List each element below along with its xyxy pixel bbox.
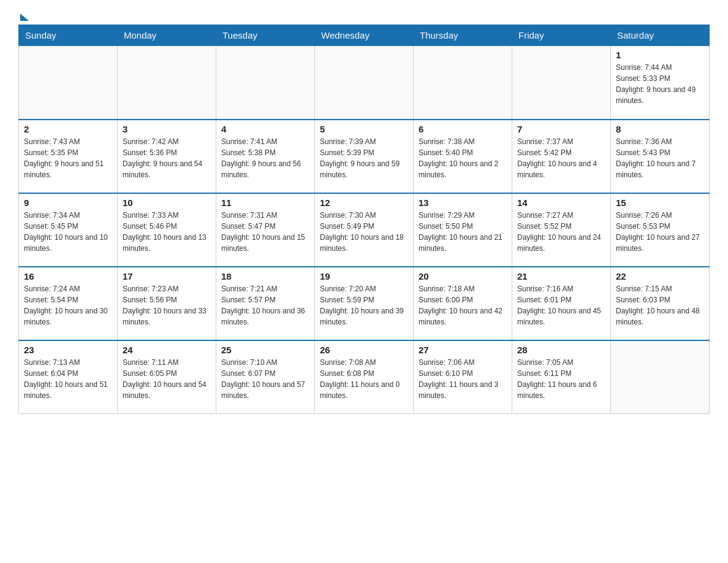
calendar-cell: 19Sunrise: 7:20 AMSunset: 5:59 PMDayligh… <box>315 267 414 340</box>
calendar-cell: 24Sunrise: 7:11 AMSunset: 6:05 PMDayligh… <box>118 340 216 414</box>
day-info: Sunrise: 7:39 AMSunset: 5:39 PMDaylight:… <box>320 136 408 180</box>
day-info: Sunrise: 7:36 AMSunset: 5:43 PMDaylight:… <box>616 136 704 180</box>
logo-arrow-icon <box>20 13 29 21</box>
calendar-cell: 11Sunrise: 7:31 AMSunset: 5:47 PMDayligh… <box>216 193 315 267</box>
calendar-cell: 14Sunrise: 7:27 AMSunset: 5:52 PMDayligh… <box>512 193 611 267</box>
calendar-cell: 9Sunrise: 7:34 AMSunset: 5:45 PMDaylight… <box>19 193 118 267</box>
day-info: Sunrise: 7:34 AMSunset: 5:45 PMDaylight:… <box>24 210 112 254</box>
calendar-cell: 2Sunrise: 7:43 AMSunset: 5:35 PMDaylight… <box>19 120 118 193</box>
calendar-cell: 10Sunrise: 7:33 AMSunset: 5:46 PMDayligh… <box>118 193 216 267</box>
day-number: 24 <box>123 345 211 355</box>
calendar-cell <box>19 46 118 120</box>
calendar-cell <box>611 340 710 414</box>
day-info: Sunrise: 7:05 AMSunset: 6:11 PMDaylight:… <box>517 357 605 401</box>
column-header-friday: Friday <box>512 25 611 46</box>
day-number: 26 <box>320 345 408 355</box>
calendar-cell: 26Sunrise: 7:08 AMSunset: 6:08 PMDayligh… <box>315 340 414 414</box>
day-number: 28 <box>517 345 605 355</box>
week-row-4: 16Sunrise: 7:24 AMSunset: 5:54 PMDayligh… <box>19 267 710 340</box>
day-number: 6 <box>419 124 507 134</box>
day-number: 23 <box>24 345 112 355</box>
day-info: Sunrise: 7:06 AMSunset: 6:10 PMDaylight:… <box>419 357 507 401</box>
calendar-table: SundayMondayTuesdayWednesdayThursdayFrid… <box>18 25 710 414</box>
calendar-cell: 4Sunrise: 7:41 AMSunset: 5:38 PMDaylight… <box>216 120 315 193</box>
day-number: 7 <box>517 124 605 134</box>
day-info: Sunrise: 7:20 AMSunset: 5:59 PMDaylight:… <box>320 283 408 327</box>
column-header-tuesday: Tuesday <box>216 25 315 46</box>
calendar-cell: 23Sunrise: 7:13 AMSunset: 6:04 PMDayligh… <box>19 340 118 414</box>
day-info: Sunrise: 7:15 AMSunset: 6:03 PMDaylight:… <box>616 283 704 327</box>
day-info: Sunrise: 7:10 AMSunset: 6:07 PMDaylight:… <box>221 357 309 401</box>
day-number: 10 <box>123 197 211 208</box>
day-info: Sunrise: 7:23 AMSunset: 5:56 PMDaylight:… <box>123 283 211 327</box>
week-row-2: 2Sunrise: 7:43 AMSunset: 5:35 PMDaylight… <box>19 120 710 193</box>
day-info: Sunrise: 7:29 AMSunset: 5:50 PMDaylight:… <box>419 210 507 254</box>
column-header-thursday: Thursday <box>414 25 512 46</box>
day-number: 21 <box>517 271 605 282</box>
calendar-cell: 5Sunrise: 7:39 AMSunset: 5:39 PMDaylight… <box>315 120 414 193</box>
day-info: Sunrise: 7:24 AMSunset: 5:54 PMDaylight:… <box>24 283 112 327</box>
day-number: 19 <box>320 271 408 282</box>
calendar-header-row: SundayMondayTuesdayWednesdayThursdayFrid… <box>19 25 710 46</box>
day-info: Sunrise: 7:08 AMSunset: 6:08 PMDaylight:… <box>320 357 408 401</box>
column-header-saturday: Saturday <box>611 25 710 46</box>
calendar-cell: 28Sunrise: 7:05 AMSunset: 6:11 PMDayligh… <box>512 340 611 414</box>
day-info: Sunrise: 7:18 AMSunset: 6:00 PMDaylight:… <box>419 283 507 327</box>
day-number: 17 <box>123 271 211 282</box>
day-number: 2 <box>24 124 112 134</box>
day-number: 16 <box>24 271 112 282</box>
day-info: Sunrise: 7:44 AMSunset: 5:33 PMDaylight:… <box>616 62 704 106</box>
calendar-cell <box>118 46 216 120</box>
calendar-cell: 27Sunrise: 7:06 AMSunset: 6:10 PMDayligh… <box>414 340 512 414</box>
day-number: 11 <box>221 197 309 208</box>
day-info: Sunrise: 7:16 AMSunset: 6:01 PMDaylight:… <box>517 283 605 327</box>
calendar-cell <box>315 46 414 120</box>
day-number: 22 <box>616 271 704 282</box>
day-info: Sunrise: 7:38 AMSunset: 5:40 PMDaylight:… <box>419 136 507 180</box>
page-header <box>18 12 710 18</box>
calendar-cell <box>216 46 315 120</box>
column-header-monday: Monday <box>118 25 216 46</box>
day-number: 14 <box>517 197 605 208</box>
calendar-cell: 3Sunrise: 7:42 AMSunset: 5:36 PMDaylight… <box>118 120 216 193</box>
day-info: Sunrise: 7:41 AMSunset: 5:38 PMDaylight:… <box>221 136 309 180</box>
column-header-wednesday: Wednesday <box>315 25 414 46</box>
calendar-cell: 8Sunrise: 7:36 AMSunset: 5:43 PMDaylight… <box>611 120 710 193</box>
day-number: 5 <box>320 124 408 134</box>
day-info: Sunrise: 7:43 AMSunset: 5:35 PMDaylight:… <box>24 136 112 180</box>
calendar-cell: 17Sunrise: 7:23 AMSunset: 5:56 PMDayligh… <box>118 267 216 340</box>
day-number: 27 <box>419 345 507 355</box>
day-number: 20 <box>419 271 507 282</box>
day-info: Sunrise: 7:33 AMSunset: 5:46 PMDaylight:… <box>123 210 211 254</box>
calendar-cell: 15Sunrise: 7:26 AMSunset: 5:53 PMDayligh… <box>611 193 710 267</box>
day-info: Sunrise: 7:13 AMSunset: 6:04 PMDaylight:… <box>24 357 112 401</box>
day-number: 18 <box>221 271 309 282</box>
day-info: Sunrise: 7:21 AMSunset: 5:57 PMDaylight:… <box>221 283 309 327</box>
day-number: 13 <box>419 197 507 208</box>
day-info: Sunrise: 7:30 AMSunset: 5:49 PMDaylight:… <box>320 210 408 254</box>
day-number: 1 <box>616 50 704 60</box>
calendar-cell: 21Sunrise: 7:16 AMSunset: 6:01 PMDayligh… <box>512 267 611 340</box>
calendar-cell: 7Sunrise: 7:37 AMSunset: 5:42 PMDaylight… <box>512 120 611 193</box>
day-number: 12 <box>320 197 408 208</box>
day-info: Sunrise: 7:11 AMSunset: 6:05 PMDaylight:… <box>123 357 211 401</box>
day-info: Sunrise: 7:26 AMSunset: 5:53 PMDaylight:… <box>616 210 704 254</box>
calendar-cell <box>414 46 512 120</box>
column-header-sunday: Sunday <box>19 25 118 46</box>
day-number: 25 <box>221 345 309 355</box>
day-number: 9 <box>24 197 112 208</box>
calendar-cell: 13Sunrise: 7:29 AMSunset: 5:50 PMDayligh… <box>414 193 512 267</box>
logo <box>18 12 29 18</box>
day-number: 4 <box>221 124 309 134</box>
calendar-cell: 16Sunrise: 7:24 AMSunset: 5:54 PMDayligh… <box>19 267 118 340</box>
day-number: 3 <box>123 124 211 134</box>
day-info: Sunrise: 7:37 AMSunset: 5:42 PMDaylight:… <box>517 136 605 180</box>
calendar-cell: 25Sunrise: 7:10 AMSunset: 6:07 PMDayligh… <box>216 340 315 414</box>
calendar-cell <box>512 46 611 120</box>
calendar-cell: 12Sunrise: 7:30 AMSunset: 5:49 PMDayligh… <box>315 193 414 267</box>
day-info: Sunrise: 7:27 AMSunset: 5:52 PMDaylight:… <box>517 210 605 254</box>
calendar-cell: 22Sunrise: 7:15 AMSunset: 6:03 PMDayligh… <box>611 267 710 340</box>
day-info: Sunrise: 7:42 AMSunset: 5:36 PMDaylight:… <box>123 136 211 180</box>
day-number: 8 <box>616 124 704 134</box>
day-info: Sunrise: 7:31 AMSunset: 5:47 PMDaylight:… <box>221 210 309 254</box>
